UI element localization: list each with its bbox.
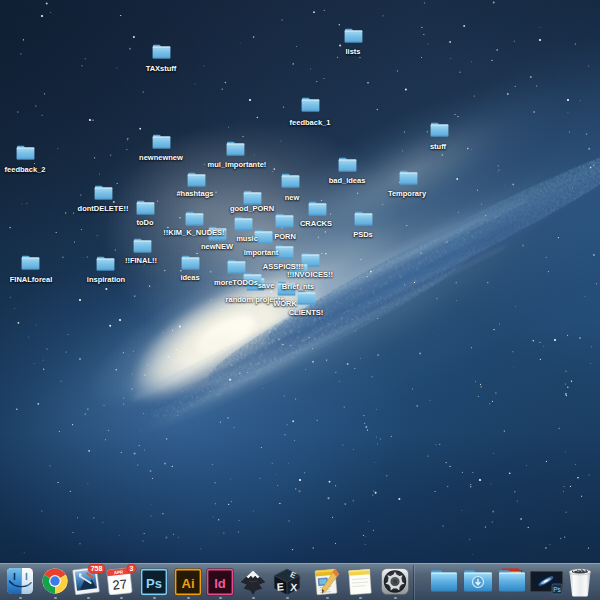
svg-text:E: E: [276, 580, 284, 592]
svg-text:758: 758: [91, 565, 103, 572]
svg-text:Ai: Ai: [182, 576, 195, 591]
svg-text:3: 3: [130, 565, 134, 572]
svg-text:Ps: Ps: [146, 576, 162, 591]
svg-text:X: X: [290, 581, 298, 593]
svg-text:Id: Id: [214, 576, 226, 591]
svg-text:Ps: Ps: [553, 586, 561, 593]
svg-text:27: 27: [112, 576, 128, 592]
svg-text:APR: APR: [113, 569, 124, 575]
